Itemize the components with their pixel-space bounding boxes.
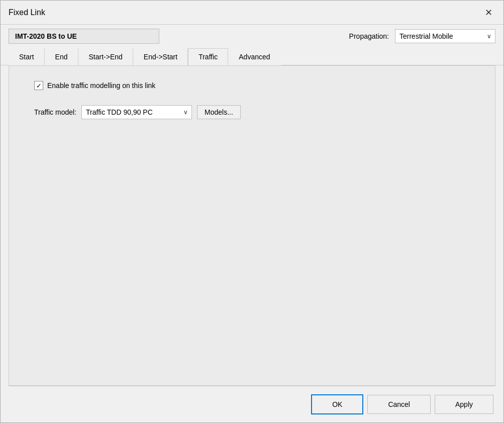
cancel-button[interactable]: Cancel <box>367 395 431 414</box>
enable-traffic-checkbox[interactable] <box>34 81 43 90</box>
bottom-bar: OK Cancel Apply <box>1 386 503 422</box>
traffic-model-label: Traffic model: <box>34 108 76 116</box>
tab-end-start[interactable]: End->Start <box>133 48 188 65</box>
ok-button[interactable]: OK <box>311 394 363 414</box>
propagation-select[interactable]: Terrestrial Mobile Free Space ITU-R P.45… <box>395 29 495 43</box>
enable-traffic-label: Enable traffic modelling on this link <box>47 81 155 90</box>
propagation-label: Propagation: <box>349 32 389 40</box>
title-bar: Fixed Link ✕ <box>1 1 503 25</box>
apply-button[interactable]: Apply <box>435 395 493 414</box>
enable-traffic-row: Enable traffic modelling on this link <box>34 81 480 90</box>
close-button[interactable]: ✕ <box>481 6 495 20</box>
propagation-select-wrapper: Terrestrial Mobile Free Space ITU-R P.45… <box>395 29 495 43</box>
tab-end[interactable]: End <box>45 48 78 65</box>
link-row: IMT-2020 BS to UE Propagation: Terrestri… <box>1 25 503 48</box>
tabs-row: Start End Start->End End->Start Traffic … <box>1 48 503 65</box>
content-spacer <box>24 134 480 370</box>
models-button[interactable]: Models... <box>197 105 241 119</box>
traffic-model-select[interactable]: Traffic TDD 90,90 PC Traffic FDD Custom <box>81 105 192 119</box>
link-name: IMT-2020 BS to UE <box>9 29 159 44</box>
tab-traffic[interactable]: Traffic <box>188 48 228 65</box>
tab-start-end[interactable]: Start->End <box>78 48 133 65</box>
tab-start[interactable]: Start <box>9 48 45 65</box>
content-area: Enable traffic modelling on this link Tr… <box>9 65 495 386</box>
fixed-link-dialog: Fixed Link ✕ IMT-2020 BS to UE Propagati… <box>0 0 504 423</box>
traffic-model-select-wrapper: Traffic TDD 90,90 PC Traffic FDD Custom <box>81 105 192 119</box>
tab-advanced[interactable]: Advanced <box>228 48 280 65</box>
traffic-model-row: Traffic model: Traffic TDD 90,90 PC Traf… <box>34 105 480 119</box>
dialog-title: Fixed Link <box>9 8 45 17</box>
